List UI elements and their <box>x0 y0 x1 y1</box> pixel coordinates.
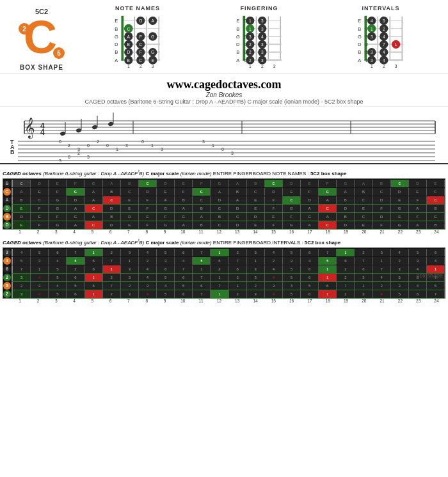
svg-text:2: 2 <box>365 58 368 63</box>
svg-text:0: 0 <box>244 35 246 39</box>
svg-text:1: 1 <box>151 143 154 148</box>
svg-text:C: C <box>139 42 142 47</box>
fb2-fret-numbers: 123456789101112131415161718192021222324 <box>11 299 445 303</box>
fb-notes-grid: B C D E F G A B C D E F G A B C D E F <box>3 178 445 230</box>
fingerboard-notes-section: CAGED octaves (Baritone 6-string guitar … <box>0 167 448 234</box>
top-section: 5C2 2 C 5 BOX SHAPE NOTE NAMES <box>0 0 448 74</box>
svg-text:G: G <box>139 19 142 23</box>
svg-text:3: 3 <box>365 19 368 23</box>
diagrams-area: NOTE NAMES E B G D B A <box>77 5 442 71</box>
svg-text:D: D <box>127 50 130 54</box>
svg-text:1: 1 <box>249 64 252 68</box>
fb-irow-6: 2 3 4 5 6 1 2 3 4 5 6 7 1 2 3 4 5 6 1 2 <box>3 290 445 298</box>
svg-text:0: 0 <box>59 139 61 144</box>
svg-text:2: 2 <box>249 42 252 47</box>
box-shape-area: 5C2 2 C 5 BOX SHAPE <box>6 5 77 71</box>
svg-text:3: 3 <box>59 159 61 162</box>
svg-text:F: F <box>140 50 142 54</box>
svg-text:E: E <box>236 18 239 24</box>
svg-text:B: B <box>358 49 361 55</box>
svg-text:G: G <box>236 34 240 40</box>
fb-cells-g: B C G D A C E F A B C D A E F C D A B C <box>12 196 445 204</box>
description-text: CAGED octaves (Baritone 6-String Guitar … <box>0 98 448 105</box>
fb-row-g: A B C G D A C E F A B C D A E F C D A B <box>3 196 445 204</box>
svg-text:3: 3 <box>261 50 264 54</box>
badge-5: 5 <box>53 47 65 59</box>
svg-point-162 <box>60 131 65 136</box>
fb-irow-2: 4 5 3 4 5 6 7 1 2 3 4 5 6 7 1 2 3 4 5 6 <box>3 256 445 265</box>
svg-text:G: G <box>151 35 154 39</box>
fb2-title: CAGED octaves (Baritone 6-string guitar … <box>3 238 445 246</box>
fingerboard-intervals-section: CAGED octaves (Baritone 6-string guitar … <box>0 236 448 303</box>
svg-text:G: G <box>151 50 154 54</box>
svg-text:2: 2 <box>249 58 252 63</box>
c-shape-container: 2 C 5 <box>16 18 67 63</box>
svg-text:B: B <box>115 49 118 55</box>
svg-text:𝄞: 𝄞 <box>24 117 35 139</box>
notation-svg: 𝄞 4 4 T A B 0 2 3 0 2 0 <box>5 109 443 162</box>
fb-irow-1: 3 4 5 6 7 1 2 3 4 5 6 7 1 2 3 4 5 6 7 1 <box>3 248 445 256</box>
author-name: Zon Brookes <box>0 91 448 98</box>
svg-text:7: 7 <box>383 42 385 47</box>
svg-point-164 <box>76 128 81 133</box>
fb-row-low-e: D E F G A C D E F G A B C D E F G A C D <box>3 221 445 229</box>
middle-section: www.cagedoctaves.com Zon Brookes CAGED o… <box>0 74 448 107</box>
svg-text:4: 4 <box>261 35 264 39</box>
notation-section: 𝄞 4 4 T A B 0 2 3 0 2 0 <box>0 107 448 164</box>
svg-text:3: 3 <box>161 147 163 152</box>
fb-cells-b: A E F G A B C D E F G A B C D E F G A B <box>12 188 445 196</box>
svg-text:A: A <box>115 58 118 63</box>
svg-text:2: 2 <box>261 64 264 68</box>
string-label-a: B <box>3 213 11 221</box>
svg-text:1: 1 <box>249 19 252 23</box>
svg-text:4: 4 <box>383 35 385 39</box>
svg-text:2: 2 <box>383 27 385 31</box>
svg-text:0: 0 <box>68 155 70 159</box>
intervals-svg: E B G D B A 4 5 1 2 3 4 <box>352 13 410 71</box>
fb-irow-3: 6 7 1 5 2 6 1 3 4 6 7 1 2 6 3 4 5 6 1 2 <box>3 265 445 273</box>
fb-cells-a: D E F G A B D E F G A B C D E F G A B C <box>12 213 445 221</box>
svg-text:0: 0 <box>244 58 246 63</box>
intervals-diagram: INTERVALS E B G D B A <box>352 5 410 71</box>
svg-text:1: 1 <box>212 143 214 148</box>
fb-cells-e: C D E F G A B C D E F G A B C D E F G A <box>12 180 445 187</box>
svg-text:F: F <box>140 35 142 39</box>
svg-text:7: 7 <box>365 27 368 31</box>
fb-cells-d: E F G A C D E F G A B C D E F G A C D E <box>12 204 445 213</box>
svg-text:G: G <box>115 34 118 40</box>
svg-text:3: 3 <box>87 155 90 159</box>
svg-text:A: A <box>236 58 240 63</box>
note-names-diagram: NOTE NAMES E B G D B A <box>109 5 166 71</box>
badge-2: 2 <box>19 23 30 35</box>
svg-text:6: 6 <box>365 50 368 54</box>
svg-text:3: 3 <box>125 143 128 148</box>
note-names-title: NOTE NAMES <box>115 5 160 12</box>
svg-text:3: 3 <box>152 64 154 68</box>
svg-text:B: B <box>236 26 239 32</box>
svg-text:2: 2 <box>68 143 70 148</box>
svg-text:2: 2 <box>77 151 80 155</box>
fingering-diagram: FINGERING E B G D B A <box>230 5 288 71</box>
svg-text:3: 3 <box>261 19 264 23</box>
string-label-b: C <box>3 188 11 196</box>
svg-text:3: 3 <box>273 64 276 68</box>
svg-text:0: 0 <box>244 19 246 23</box>
shape-name-label: BOX SHAPE <box>20 64 63 71</box>
svg-text:0: 0 <box>244 50 246 54</box>
string-label-g: A <box>3 196 11 204</box>
svg-text:A: A <box>127 35 131 39</box>
intervals-title: INTERVALS <box>362 5 399 12</box>
svg-text:3: 3 <box>261 58 264 63</box>
svg-text:1: 1 <box>395 42 397 47</box>
svg-text:1: 1 <box>127 64 130 68</box>
fb1-fret-numbers: 123456789101112131415161718192021222324 <box>11 230 445 234</box>
fb1-title: CAGED octaves (Baritone 6-string guitar … <box>3 169 445 177</box>
svg-text:3: 3 <box>202 139 205 144</box>
fingering-title: FINGERING <box>240 5 278 12</box>
svg-text:B: B <box>115 26 118 32</box>
svg-text:2: 2 <box>140 64 142 68</box>
svg-text:3: 3 <box>261 42 264 47</box>
svg-text:4: 4 <box>383 58 385 63</box>
svg-text:D: D <box>115 42 118 47</box>
website-url: www.cagedoctaves.com <box>0 78 448 91</box>
